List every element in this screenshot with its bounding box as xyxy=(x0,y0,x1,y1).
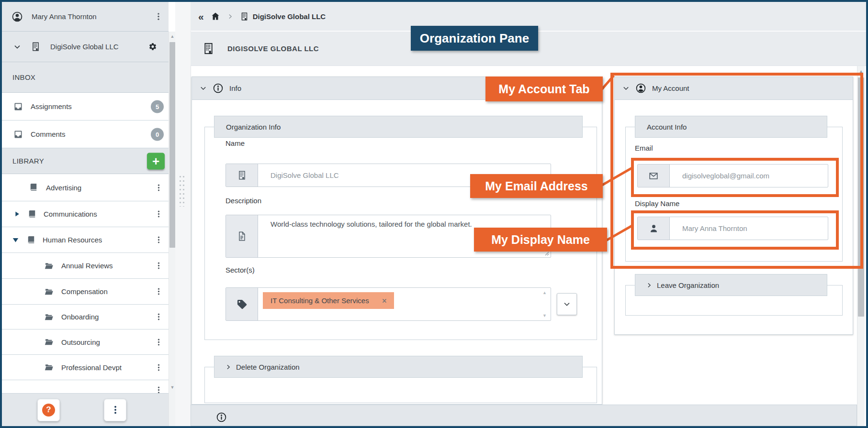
item-menu-kebab-icon[interactable] xyxy=(154,182,163,193)
sidebar-item-label: Compensation xyxy=(61,287,108,296)
item-menu-kebab-icon[interactable] xyxy=(154,261,163,271)
breadcrumb-current[interactable]: DigiSolve Global LLC xyxy=(240,12,326,21)
sidebar-scrollbar[interactable]: ▲ ▼ xyxy=(169,32,176,426)
assignments-count-badge: 5 xyxy=(151,100,164,113)
item-menu-kebab-icon[interactable] xyxy=(154,209,163,219)
sidebar-section-inbox: INBOX xyxy=(2,62,169,93)
sidebar-item-label: Comments xyxy=(31,130,66,138)
chevron-down-icon xyxy=(622,85,630,92)
sidebar-item-label: Assignments xyxy=(31,102,72,110)
kebab-icon xyxy=(111,405,120,415)
main-scrollbar-thumb[interactable] xyxy=(858,77,864,317)
building-icon xyxy=(202,42,215,55)
item-menu-kebab-icon[interactable] xyxy=(154,286,163,297)
sidebar-item-compensation[interactable]: Compensation xyxy=(2,279,169,305)
organization-settings-gear-icon[interactable] xyxy=(148,42,157,52)
sidebar-item-partial[interactable] xyxy=(2,380,169,394)
sidebar-section-library: LIBRARY + xyxy=(2,148,169,174)
account-info-group-header: Account Info xyxy=(635,116,827,138)
sidebar-item-label: Annual Reviews xyxy=(61,262,113,270)
item-menu-kebab-icon[interactable] xyxy=(154,235,163,245)
annotation-my-account-tab: My Account Tab xyxy=(485,77,603,101)
group-header-label: Organization Info xyxy=(226,123,281,131)
drag-handle-icon[interactable] xyxy=(180,176,185,207)
chevron-down-icon xyxy=(200,85,207,92)
pane-resize-gutter[interactable] xyxy=(175,2,191,426)
annotation-label: My Email Address xyxy=(485,179,587,193)
delete-organization-header[interactable]: Delete Organization xyxy=(214,356,583,378)
sidebar-item-onboarding[interactable]: Onboarding xyxy=(2,305,169,329)
breadcrumb-separator-icon xyxy=(227,13,233,20)
my-account-section-header[interactable]: My Account xyxy=(615,77,853,100)
sidebar-item-assignments[interactable]: Assignments 5 xyxy=(2,93,169,121)
add-library-button[interactable]: + xyxy=(147,153,165,169)
triangle-expanded-icon[interactable] xyxy=(11,236,20,244)
sidebar-scrollbar-thumb[interactable] xyxy=(169,42,175,248)
inbox-section-label: INBOX xyxy=(12,73,35,81)
sidebar-item-human-resources[interactable]: Human Resources xyxy=(2,227,169,253)
sidebar-item-advertising[interactable]: Advertising xyxy=(2,174,169,201)
delete-organization-label: Delete Organization xyxy=(236,363,300,371)
library-section-label: LIBRARY xyxy=(12,157,44,165)
main-scrollbar[interactable]: ▲ xyxy=(857,66,865,426)
chevron-right-icon xyxy=(225,364,231,370)
user-avatar-icon xyxy=(11,11,23,22)
scroll-up-arrow-icon[interactable]: ▲ xyxy=(169,34,176,39)
info-icon xyxy=(213,83,224,94)
open-folder-icon xyxy=(44,362,54,372)
annotation-my-display-name: My Display Name xyxy=(474,228,607,252)
info-section-label: Info xyxy=(229,84,241,92)
item-menu-kebab-icon[interactable] xyxy=(154,337,163,347)
app-window: Mary Anna Thornton DigiSolve Global LLC … xyxy=(0,0,868,428)
my-account-panel: My Account Account Info Email Display Na… xyxy=(614,77,853,335)
building-icon xyxy=(31,42,41,52)
item-menu-kebab-icon[interactable] xyxy=(154,362,163,373)
sidebar-organization-row[interactable]: DigiSolve Global LLC xyxy=(2,32,169,62)
chevron-right-icon xyxy=(646,282,652,288)
account-info-fieldset xyxy=(625,127,843,262)
breadcrumb-label: DigiSolve Global LLC xyxy=(253,12,326,21)
sidebar-item-communications[interactable]: Communications xyxy=(2,201,169,227)
sidebar-item-label: Onboarding xyxy=(61,313,99,321)
annotation-organization-pane: Organization Pane xyxy=(411,26,538,51)
sidebar: Mary Anna Thornton DigiSolve Global LLC … xyxy=(2,2,169,426)
sidebar-item-outsourcing[interactable]: Outsourcing xyxy=(2,329,169,355)
sidebar-item-comments[interactable]: Comments 0 xyxy=(2,121,169,148)
open-folder-icon xyxy=(44,261,54,271)
organization-name: DigiSolve Global LLC xyxy=(50,43,119,51)
item-menu-kebab-icon[interactable] xyxy=(154,312,163,322)
leave-organization-header[interactable]: Leave Organization xyxy=(635,274,827,296)
collapse-pane-chevrons-icon[interactable]: « xyxy=(198,11,204,22)
chevron-down-icon xyxy=(13,43,21,51)
info-icon xyxy=(216,412,227,423)
user-name: Mary Anna Thornton xyxy=(32,12,97,21)
sidebar-item-label: Outsourcing xyxy=(61,338,100,346)
sidebar-item-label: Human Resources xyxy=(43,236,102,244)
open-folder-icon xyxy=(44,287,54,296)
leave-organization-label: Leave Organization xyxy=(657,281,719,289)
book-icon xyxy=(26,235,36,245)
triangle-collapsed-icon[interactable] xyxy=(13,210,21,218)
scroll-up-arrow-icon[interactable]: ▲ xyxy=(857,69,865,74)
organization-info-group-header: Organization Info xyxy=(214,116,583,138)
sidebar-item-professional-devpt[interactable]: Professional Devpt xyxy=(2,355,169,380)
scroll-down-arrow-icon[interactable]: ▼ xyxy=(169,385,176,390)
next-section-header-partial[interactable] xyxy=(191,405,857,426)
annotation-label: My Display Name xyxy=(491,233,590,247)
annotation-my-email-address: My Email Address xyxy=(470,174,603,198)
annotation-label: Organization Pane xyxy=(420,31,529,46)
sidebar-item-annual-reviews[interactable]: Annual Reviews xyxy=(2,253,169,279)
sidebar-item-label: Professional Devpt xyxy=(61,363,122,372)
sidebar-footer: ? xyxy=(2,394,169,426)
sidebar-user-row[interactable]: Mary Anna Thornton xyxy=(2,2,169,32)
sidebar-item-label: Communications xyxy=(44,210,97,218)
sidebar-more-button[interactable] xyxy=(104,399,126,421)
item-menu-kebab-icon xyxy=(154,384,163,394)
book-icon xyxy=(27,209,37,219)
user-menu-kebab-icon[interactable] xyxy=(154,11,163,22)
group-header-label: Account Info xyxy=(647,123,687,131)
home-icon[interactable] xyxy=(211,11,220,21)
help-button[interactable]: ? xyxy=(37,399,60,421)
annotation-label: My Account Tab xyxy=(498,82,589,96)
person-circle-icon xyxy=(635,83,646,94)
